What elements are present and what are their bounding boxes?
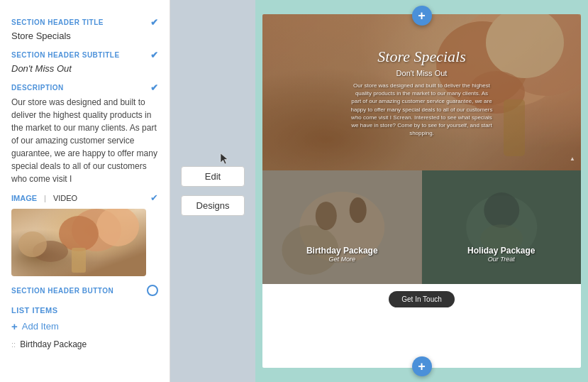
hero-subtitle: Don't Miss Out [351, 69, 493, 77]
svg-rect-3 [72, 248, 86, 273]
product-card-2-text: Holiday Package Our Treat [467, 246, 535, 263]
description-label: DESCRIPTION ✔ [11, 82, 158, 93]
middle-panel: Edit Designs [170, 0, 255, 382]
image-preview-svg [11, 209, 146, 276]
image-video-tab-row: IMAGE | VIDEO ✔ [11, 192, 158, 203]
description-value[interactable]: Our store was designed and built to deli… [11, 96, 158, 185]
designs-button[interactable]: Designs [181, 195, 245, 216]
video-tab[interactable]: VIDEO [53, 194, 77, 202]
list-item[interactable]: :: Birthday Package [11, 338, 158, 351]
product-card-1-overlay [262, 170, 422, 284]
section-header-button-label: SECTION HEADER BUTTON [11, 285, 158, 296]
section-header-title-value[interactable]: Store Specials [11, 31, 158, 41]
add-item-button[interactable]: + Add Item [11, 320, 59, 332]
svg-point-5 [18, 231, 47, 257]
image-preview[interactable] [11, 209, 146, 276]
list-items-header: LIST ITEMS [11, 306, 158, 315]
hero-description: Our store was designed and built to deli… [351, 82, 493, 137]
product-card-1-text: Birthday Package Get More [306, 246, 378, 263]
product-card-2[interactable]: Holiday Package Our Treat [422, 170, 582, 284]
product-card-2-title: Holiday Package [467, 246, 535, 256]
section-header-title-label: SECTION HEADER TITLE ✔ [11, 17, 158, 28]
add-section-bottom-button[interactable]: + [412, 356, 432, 376]
add-section-top-button[interactable]: + [412, 6, 432, 26]
product-card-1-subtitle: Get More [306, 256, 378, 263]
left-panel: SECTION HEADER TITLE ✔ Store Specials SE… [0, 0, 170, 382]
product-card-1-title: Birthday Package [306, 246, 378, 256]
image-tab-check-icon: ✔ [150, 192, 158, 203]
tab-separator: | [44, 194, 46, 202]
cta-section: Get In Touch [262, 284, 581, 315]
hero-title: Store Specials [351, 48, 493, 66]
edit-button[interactable]: Edit [181, 166, 245, 187]
watermark: ▲ [570, 155, 575, 162]
right-panel: + Store Specials Don't Miss Out Our stor… [255, 0, 588, 382]
hero-text-block: Store Specials Don't Miss Out Our store … [351, 48, 493, 137]
cta-button[interactable]: Get In Touch [389, 291, 455, 307]
product-card-2-overlay [422, 170, 582, 284]
product-card-2-subtitle: Our Treat [467, 256, 535, 263]
products-grid: Birthday Package Get More Holiday [262, 170, 581, 284]
preview-container: Store Specials Don't Miss Out Our store … [262, 14, 581, 368]
section-header-subtitle-value[interactable]: Don't Miss Out [11, 63, 158, 74]
drag-handle-icon: :: [11, 340, 16, 349]
hero-section: Store Specials Don't Miss Out Our store … [262, 14, 581, 170]
section-title-check-icon: ✔ [150, 17, 159, 28]
section-subtitle-check-icon: ✔ [150, 50, 159, 60]
product-card-1[interactable]: Birthday Package Get More [262, 170, 422, 284]
section-header-button-radio[interactable] [147, 285, 158, 296]
add-item-plus-icon: + [11, 320, 18, 332]
section-header-subtitle-label: SECTION HEADER SUBTITLE ✔ [11, 50, 158, 60]
image-tab[interactable]: IMAGE [11, 194, 37, 202]
description-check-icon: ✔ [150, 82, 159, 93]
